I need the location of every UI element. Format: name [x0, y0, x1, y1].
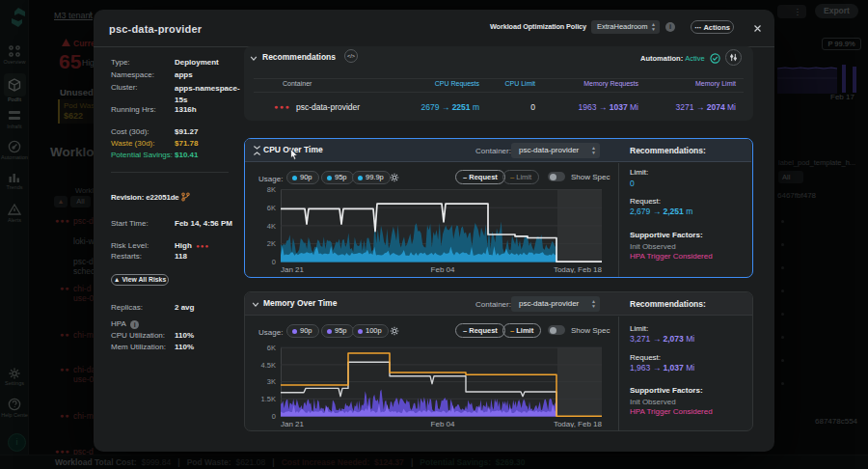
svg-text:Feb 04: Feb 04	[431, 265, 455, 273]
svg-text:8K: 8K	[267, 186, 276, 194]
svg-text:Today, Feb 18: Today, Feb 18	[554, 265, 603, 273]
svg-text:6K: 6K	[267, 344, 276, 352]
svg-text:0: 0	[272, 412, 276, 421]
svg-text:0: 0	[272, 258, 276, 266]
svg-text:4K: 4K	[267, 222, 276, 231]
svg-text:Jan 21: Jan 21	[281, 420, 305, 428]
svg-text:2K: 2K	[267, 239, 276, 248]
svg-text:Jan 21: Jan 21	[281, 265, 305, 273]
svg-text:4.5K: 4.5K	[261, 361, 276, 370]
svg-text:1.5K: 1.5K	[261, 395, 276, 403]
svg-text:3K: 3K	[267, 377, 276, 386]
svg-text:Today, Feb 18: Today, Feb 18	[554, 420, 603, 428]
svg-text:6K: 6K	[267, 204, 276, 212]
svg-text:Feb 04: Feb 04	[431, 420, 455, 428]
